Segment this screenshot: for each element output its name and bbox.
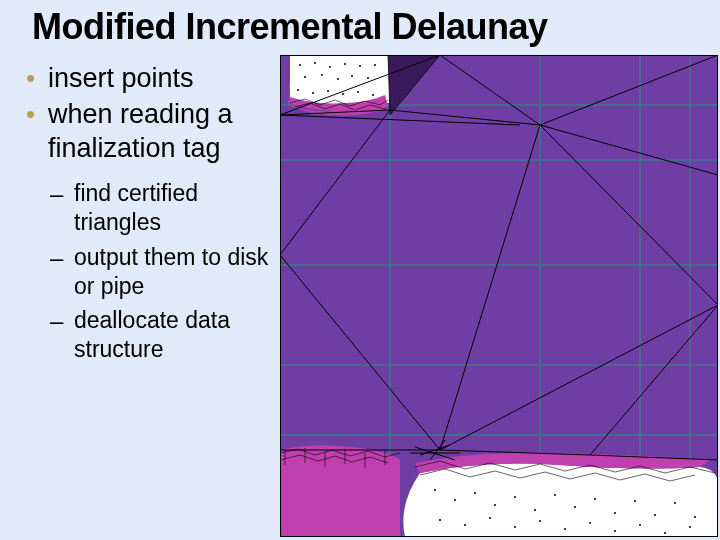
svg-point-39 <box>594 498 596 500</box>
bullet-l1: insert points <box>20 62 270 96</box>
bullet-text: deallocate data structure <box>74 307 230 362</box>
svg-point-44 <box>694 516 696 518</box>
svg-point-21 <box>337 78 339 80</box>
bullet-text: find certified triangles <box>74 180 198 235</box>
svg-point-15 <box>329 66 331 68</box>
svg-point-46 <box>464 524 466 526</box>
svg-point-26 <box>327 90 329 92</box>
svg-point-53 <box>639 524 641 526</box>
triangulation-figure <box>280 55 718 537</box>
svg-point-47 <box>489 517 491 519</box>
svg-point-20 <box>321 74 323 76</box>
svg-point-51 <box>589 522 591 524</box>
svg-point-18 <box>374 64 376 66</box>
svg-point-17 <box>359 65 361 67</box>
svg-point-25 <box>312 92 314 94</box>
svg-point-19 <box>304 76 306 78</box>
svg-point-31 <box>434 489 436 491</box>
bullet-text: output them to disk or pipe <box>74 244 268 299</box>
svg-point-35 <box>514 496 516 498</box>
svg-point-14 <box>314 62 316 64</box>
svg-point-34 <box>494 504 496 506</box>
bullet-l2: output them to disk or pipe <box>20 243 270 301</box>
svg-point-55 <box>689 526 691 528</box>
bullet-text: insert points <box>48 63 194 93</box>
triangulation-svg <box>280 55 718 537</box>
svg-point-33 <box>474 492 476 494</box>
svg-point-16 <box>344 63 346 65</box>
svg-point-43 <box>674 502 676 504</box>
svg-point-50 <box>564 528 566 530</box>
svg-point-22 <box>351 75 353 77</box>
svg-point-32 <box>454 499 456 501</box>
bullet-text: when reading a finalization tag <box>48 99 233 163</box>
svg-point-49 <box>539 520 541 522</box>
bullet-l2: find certified triangles <box>20 179 270 237</box>
bullet-l2: deallocate data structure <box>20 306 270 364</box>
svg-point-24 <box>297 89 299 91</box>
svg-point-37 <box>554 494 556 496</box>
bullet-list: insert points when reading a finalizatio… <box>20 62 270 370</box>
slide-title: Modified Incremental Delaunay <box>32 6 548 48</box>
svg-point-28 <box>357 91 359 93</box>
svg-point-45 <box>439 519 441 521</box>
svg-point-48 <box>514 526 516 528</box>
svg-point-36 <box>534 509 536 511</box>
bullet-l1: when reading a finalization tag <box>20 98 270 166</box>
svg-point-41 <box>634 500 636 502</box>
slide: Modified Incremental Delaunay insert poi… <box>0 0 720 540</box>
svg-point-42 <box>654 514 656 516</box>
svg-point-29 <box>372 94 374 96</box>
svg-point-54 <box>664 532 666 534</box>
svg-point-38 <box>574 506 576 508</box>
svg-point-27 <box>342 93 344 95</box>
svg-point-13 <box>299 64 301 66</box>
svg-point-23 <box>367 77 369 79</box>
svg-point-52 <box>614 530 616 532</box>
svg-point-40 <box>614 512 616 514</box>
